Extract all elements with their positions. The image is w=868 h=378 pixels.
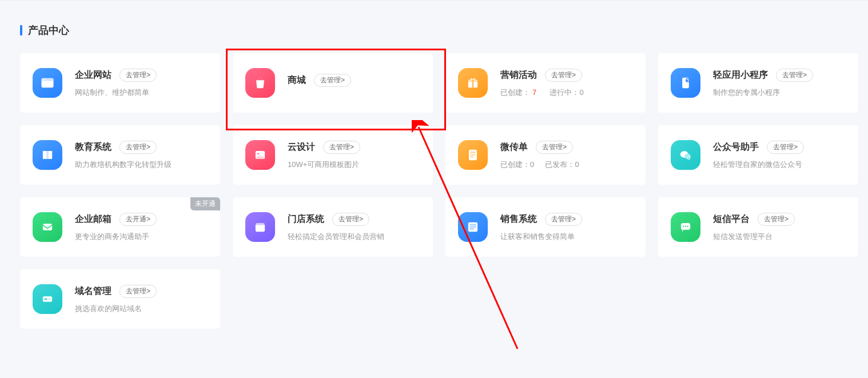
card-title: 营销活动	[500, 69, 537, 81]
image-icon	[245, 140, 275, 170]
card-marketing[interactable]: 营销活动 去管理> 已创建：7 进行中：0	[445, 53, 646, 113]
card-stats: 已创建：7 进行中：0	[500, 87, 634, 98]
card-domain[interactable]: W. 域名管理 去管理> 挑选喜欢的网站域名	[20, 269, 220, 329]
gift-icon	[458, 68, 488, 98]
product-grid: 企业网站 去管理> 网站制作、维护都简单 商城 去管理>	[20, 53, 857, 329]
card-desc: 更专业的商务沟通助手	[75, 232, 209, 242]
section-header: 产品中心	[20, 23, 857, 37]
status-badge: 未开通	[190, 197, 220, 210]
manage-button[interactable]: 去管理>	[120, 141, 157, 154]
activate-button[interactable]: 去开通>	[120, 213, 157, 226]
mail-icon	[33, 212, 62, 242]
card-design[interactable]: 云设计 去管理> 10W+可商用模板图片	[233, 125, 433, 185]
svg-rect-6	[472, 79, 473, 87]
card-email[interactable]: 未开通 企业邮箱 去开通> 更专业的商务沟通助手	[20, 197, 220, 257]
manage-button[interactable]: 去管理>	[776, 69, 813, 82]
website-icon	[33, 68, 62, 98]
card-desc: 10W+可商用模板图片	[288, 160, 421, 170]
section-title-text: 产品中心	[28, 23, 69, 37]
manage-button[interactable]: 去管理>	[545, 69, 582, 82]
svg-point-11	[257, 153, 260, 155]
card-desc: 网站制作、维护都简单	[75, 87, 209, 98]
card-desc: 助力教培机构数字化转型升级	[75, 160, 209, 170]
manage-button[interactable]: 去管理>	[120, 285, 157, 298]
card-title: 教育系统	[75, 141, 112, 153]
card-flyer[interactable]: 微传单 去管理> 已创建：0 已发布：0	[445, 125, 646, 185]
card-mall[interactable]: 商城 去管理>	[233, 53, 433, 113]
card-store[interactable]: 门店系统 去管理> 轻松搞定会员管理和会员营销	[233, 197, 433, 257]
card-title: 域名管理	[75, 285, 112, 297]
card-education[interactable]: 教育系统 去管理> 助力教培机构数字化转型升级	[20, 125, 220, 185]
card-title: 轻应用小程序	[713, 69, 768, 81]
card-sms[interactable]: 短信平台 去管理> 短信发送管理平台	[658, 197, 858, 257]
card-wechat-helper[interactable]: 公众号助手 去管理> 轻松管理自家的微信公众号	[658, 125, 858, 185]
svg-rect-14	[470, 154, 475, 156]
manage-button[interactable]: 去管理>	[323, 141, 360, 154]
list-icon	[458, 212, 488, 242]
manage-button[interactable]: 去管理>	[332, 213, 369, 226]
svg-point-8	[686, 78, 690, 82]
svg-rect-21	[469, 224, 476, 225]
card-desc: 短信发送管理平台	[713, 232, 847, 242]
card-desc: 轻松搞定会员管理和会员营销	[288, 232, 421, 242]
card-title: 微传单	[500, 141, 528, 153]
svg-rect-30	[48, 298, 51, 299]
card-desc: 挑选喜欢的网站域名	[75, 304, 209, 314]
svg-rect-22	[469, 226, 476, 228]
card-stats: 已创建：0 已发布：0	[500, 160, 634, 170]
svg-point-3	[45, 79, 46, 80]
wechat-icon	[671, 140, 700, 170]
manage-button[interactable]: 去管理>	[545, 213, 582, 226]
card-website[interactable]: 企业网站 去管理> 网站制作、维护都简单	[20, 53, 220, 113]
card-desc: 轻松管理自家的微信公众号	[713, 160, 847, 170]
card-title: 门店系统	[288, 213, 324, 225]
store-icon	[245, 212, 275, 242]
manage-button[interactable]: 去管理>	[120, 69, 157, 82]
card-title: 公众号助手	[713, 141, 759, 153]
miniapp-icon	[671, 68, 700, 98]
card-title: 短信平台	[713, 213, 750, 225]
card-desc: 让获客和销售变得简单	[500, 232, 634, 242]
svg-rect-27	[687, 226, 688, 227]
card-miniapp[interactable]: 轻应用小程序 去管理> 制作您的专属小程序	[658, 53, 858, 113]
book-icon	[33, 140, 62, 170]
manage-button[interactable]: 去管理>	[536, 141, 573, 154]
mall-icon	[245, 68, 275, 98]
svg-rect-26	[685, 226, 686, 227]
domain-icon: W.	[33, 284, 62, 314]
svg-point-2	[43, 79, 44, 80]
manage-button[interactable]: 去管理>	[767, 141, 804, 154]
manage-button[interactable]: 去管理>	[758, 213, 795, 226]
svg-rect-31	[48, 299, 51, 300]
card-desc: 制作您的专属小程序	[713, 87, 847, 98]
card-title: 云设计	[288, 141, 315, 153]
svg-rect-25	[683, 226, 684, 227]
card-sales[interactable]: 销售系统 去管理> 让获客和销售变得简单	[445, 197, 646, 257]
card-title: 企业网站	[75, 69, 112, 81]
card-title: 销售系统	[500, 213, 537, 225]
flyer-icon	[458, 140, 488, 170]
manage-button[interactable]: 去管理>	[314, 74, 351, 87]
chat-icon	[671, 212, 700, 242]
svg-rect-23	[469, 228, 474, 229]
svg-rect-9	[47, 151, 48, 159]
accent-bar	[20, 25, 22, 35]
svg-rect-19	[43, 224, 52, 230]
svg-rect-13	[470, 152, 475, 153]
card-title: 商城	[288, 74, 306, 86]
card-title: 企业邮箱	[75, 213, 112, 225]
svg-text:W.: W.	[44, 297, 48, 301]
svg-rect-15	[470, 156, 473, 157]
